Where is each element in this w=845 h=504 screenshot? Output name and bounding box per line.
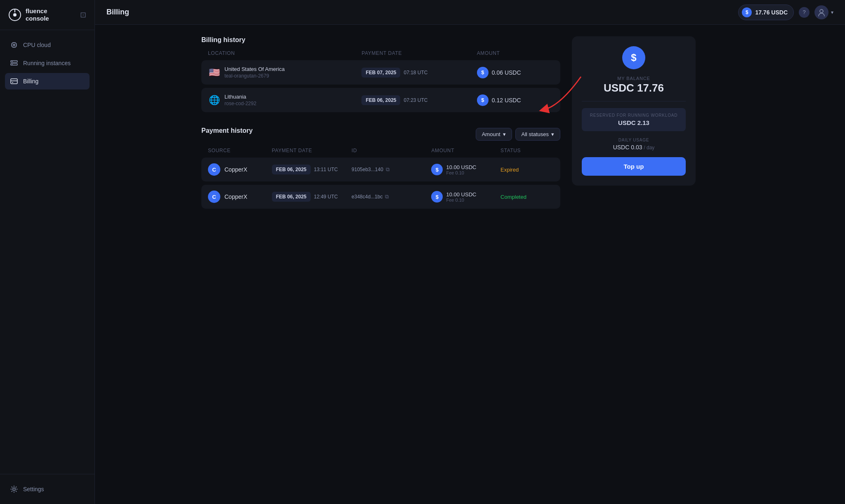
logo-area: fluenceconsole ⊡ [0, 0, 94, 30]
amount-fee: Fee 0.10 [446, 198, 476, 203]
status-cell: Completed [500, 193, 554, 200]
balance-info: MY BALANCE USDC 17.76 [604, 76, 664, 94]
location-info: United States Of America teal-orangutan-… [224, 66, 285, 79]
status-badge: Expired [500, 167, 519, 173]
sidebar: fluenceconsole ⊡ CPU cloud [0, 0, 95, 504]
sidebar-item-billing[interactable]: Billing [5, 73, 90, 89]
copy-icon[interactable]: ⧉ [386, 166, 389, 173]
sidebar-nav: CPU cloud Running instances Billing [0, 30, 94, 474]
amount-value: 0.06 USDC [492, 69, 521, 76]
location-cell: 🇺🇸 United States Of America teal-orangut… [208, 66, 361, 79]
header-right: $ 17.76 USDC ? ▾ [738, 5, 833, 20]
daily-unit: / day [644, 145, 654, 151]
billing-history-title: Billing history [201, 36, 560, 44]
page-title: Billing [106, 8, 738, 16]
payment-date-cell: FEB 06, 2025 13:11 UTC [272, 165, 352, 174]
bh-col-location: Location [208, 50, 361, 56]
payment-row: C CopperX FEB 06, 2025 13:11 UTC 9105eb3… [201, 158, 560, 181]
sidebar-item-cpu-cloud[interactable]: CPU cloud [5, 37, 90, 53]
location-info: Lithuania rose-cod-2292 [224, 94, 256, 106]
status-cell: Expired [500, 166, 554, 173]
sidebar-toggle[interactable]: ⊡ [80, 10, 86, 19]
svg-rect-17 [11, 79, 17, 84]
payment-date-cell: FEB 06, 2025 07:23 UTC [361, 95, 477, 105]
amount-fee: Fee 0.10 [446, 170, 476, 175]
svg-point-16 [12, 64, 13, 65]
payment-history-title: Payment history [201, 127, 253, 134]
billing-icon [10, 77, 18, 85]
balance-divider [582, 101, 686, 101]
filter-buttons: Amount ▾ All statuses ▾ [476, 128, 560, 141]
usdc-icon-large: $ [622, 46, 645, 69]
header: Billing $ 17.76 USDC ? ▾ [95, 0, 845, 25]
svg-rect-14 [11, 64, 17, 65]
date-badge: FEB 06, 2025 [272, 165, 311, 174]
help-button[interactable]: ? [799, 7, 810, 18]
svg-rect-4 [13, 44, 15, 46]
reserved-label: RESERVED FOR RUNNING WORKLOAD [588, 113, 679, 118]
time-text: 07:23 UTC [404, 97, 427, 103]
sidebar-item-cpu-cloud-label: CPU cloud [23, 42, 51, 48]
payment-history-section: Payment history Amount ▾ All statuses ▾ … [201, 127, 560, 212]
sidebar-item-running-instances-label: Running instances [23, 60, 71, 66]
id-cell: 9105eb3...140 ⧉ [352, 166, 431, 173]
sidebar-item-running-instances[interactable]: Running instances [5, 55, 90, 71]
date-badge: FEB 07, 2025 [361, 68, 400, 78]
source-name: CopperX [224, 166, 247, 173]
ph-col-status: Status [500, 148, 554, 153]
topup-button[interactable]: Top up [582, 157, 686, 176]
copy-icon[interactable]: ⧉ [385, 193, 389, 200]
avatar-area[interactable]: ▾ [814, 5, 833, 19]
payment-row: C CopperX FEB 06, 2025 12:49 UTC e348c4d… [201, 185, 560, 209]
time-text: 13:11 UTC [314, 167, 338, 172]
payment-history-header-row: Payment history Amount ▾ All statuses ▾ [201, 127, 560, 141]
right-panel: $ MY BALANCE USDC 17.76 RESERVED FOR RUN… [572, 36, 696, 492]
balance-card: $ MY BALANCE USDC 17.76 RESERVED FOR RUN… [572, 36, 696, 186]
sidebar-item-settings-label: Settings [23, 486, 44, 492]
balance-amount: USDC 17.76 [604, 82, 664, 94]
amount-value: 0.12 USDC [492, 97, 521, 104]
usdc-icon: $ [431, 164, 443, 175]
chevron-down-icon: ▾ [831, 9, 833, 15]
amount-main: 10.00 USDC [446, 191, 476, 198]
sidebar-item-billing-label: Billing [23, 78, 38, 85]
reserved-amount: USDC 2.13 [588, 119, 679, 126]
amount-filter-button[interactable]: Amount ▾ [476, 128, 512, 141]
billing-row: 🌐 Lithuania rose-cod-2292 FEB 06, 2025 0… [201, 88, 560, 112]
date-badge: FEB 06, 2025 [272, 192, 311, 202]
sidebar-item-settings[interactable]: Settings [5, 481, 90, 497]
flag-lt-icon: 🌐 [208, 94, 220, 106]
reserved-section: RESERVED FOR RUNNING WORKLOAD USDC 2.13 [582, 108, 686, 131]
bh-col-date: Payment date [361, 50, 477, 56]
copperx-icon: C [208, 163, 220, 176]
avatar [814, 5, 828, 19]
time-text: 12:49 UTC [314, 194, 338, 200]
ph-col-date: Payment date [272, 148, 352, 153]
usdc-icon: $ [477, 94, 489, 106]
date-badge: FEB 06, 2025 [361, 95, 400, 105]
bh-col-amount: Amount [477, 50, 554, 56]
daily-label: DAILY USAGE [582, 138, 686, 142]
svg-rect-13 [11, 61, 17, 62]
payment-date-cell: FEB 07, 2025 07:18 UTC [361, 68, 477, 78]
payment-date-cell: FEB 06, 2025 12:49 UTC [272, 192, 352, 202]
amount-filter-label: Amount [482, 131, 500, 137]
app-name: fluenceconsole [26, 7, 49, 22]
country-name: Lithuania [224, 94, 256, 100]
amount-main: 10.00 USDC [446, 164, 476, 170]
daily-section: DAILY USAGE USDC 0.03 / day [582, 138, 686, 151]
source-cell: C CopperX [208, 163, 272, 176]
ph-col-id: ID [352, 148, 431, 153]
sidebar-bottom: Settings [0, 474, 94, 504]
status-badge: Completed [500, 194, 526, 200]
billing-history-section: Billing history Location Payment date Am… [201, 36, 560, 115]
svg-point-21 [820, 9, 823, 13]
copperx-icon: C [208, 191, 220, 203]
logo-icon [8, 8, 21, 21]
billing-row: 🇺🇸 United States Of America teal-orangut… [201, 60, 560, 85]
status-filter-button[interactable]: All statuses ▾ [515, 128, 560, 141]
my-balance-label: MY BALANCE [604, 76, 664, 81]
content-area: Billing history Location Payment date Am… [201, 36, 560, 492]
status-filter-label: All statuses [522, 131, 549, 137]
svg-point-20 [13, 488, 15, 490]
